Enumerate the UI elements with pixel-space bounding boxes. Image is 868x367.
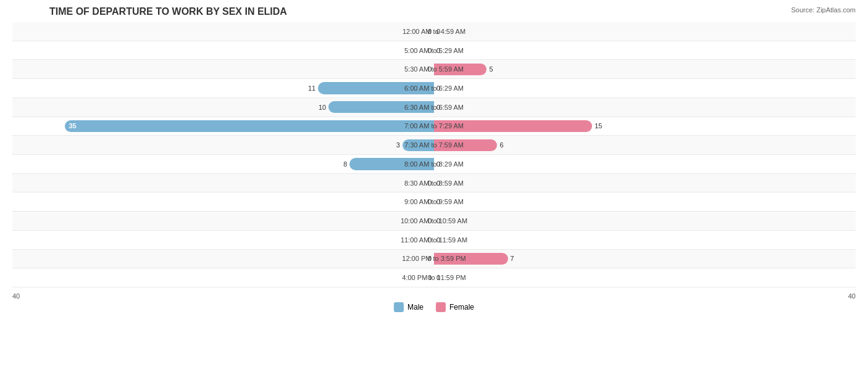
time-label: 6:30 AM to 6:59 AM <box>404 104 464 111</box>
time-label: 12:00 AM to 4:59 AM <box>403 28 465 35</box>
bar-row: 37:30 AM to 7:59 AM6 <box>12 136 856 155</box>
bar-row: 010:00 AM to 10:59 AM0 <box>12 212 856 231</box>
left-section: 0 <box>12 268 434 287</box>
time-label: 5:30 AM to 5:59 AM <box>404 65 464 73</box>
male-legend-box <box>394 302 404 312</box>
bar-row: 09:00 AM to 9:59 AM0 <box>12 192 856 212</box>
left-section: 0 <box>12 192 434 211</box>
female-value: 7 <box>511 255 514 262</box>
legend-female: Female <box>436 302 474 312</box>
right-section: 0 <box>434 155 856 173</box>
time-label: 12:00 PM to 3:59 PM <box>402 255 465 262</box>
left-section: 0 <box>12 212 434 230</box>
time-label: 7:30 AM to 7:59 AM <box>404 141 464 149</box>
time-label: 10:00 AM to 10:59 AM <box>401 217 467 225</box>
bar-row: 88:00 AM to 8:29 AM0 <box>12 155 856 174</box>
rows-container: 012:00 AM to 4:59 AM005:00 AM to 5:29 AM… <box>12 22 856 287</box>
left-section: 3 <box>12 136 434 154</box>
male-legend-label: Male <box>407 303 424 311</box>
right-section: 0 <box>434 231 856 249</box>
right-section: 15 <box>434 117 856 136</box>
left-section: 0 <box>12 174 434 192</box>
right-section: 0 <box>434 41 856 60</box>
right-section: 0 <box>434 268 856 287</box>
male-value: 3 <box>396 141 400 149</box>
left-section: 35 <box>12 117 434 136</box>
female-value: 5 <box>489 65 493 73</box>
right-section: 0 <box>434 212 856 230</box>
female-legend-box <box>436 302 446 312</box>
left-section: 0 <box>12 231 434 249</box>
female-legend-label: Female <box>449 303 474 311</box>
right-section: 0 <box>434 174 856 192</box>
time-label: 5:00 AM to 5:29 AM <box>404 47 464 54</box>
time-label: 7:00 AM to 7:29 AM <box>404 122 464 130</box>
time-label: 8:00 AM to 8:29 AM <box>404 160 464 168</box>
right-section: 0 <box>434 192 856 211</box>
male-value: 8 <box>343 160 347 168</box>
axis-right-value: 40 <box>848 292 856 300</box>
legend: Male Female <box>394 302 474 312</box>
axis-left-value: 40 <box>12 292 20 300</box>
chart-area: 012:00 AM to 4:59 AM005:00 AM to 5:29 AM… <box>12 22 856 315</box>
left-section: 8 <box>12 155 434 173</box>
bar-row: 012:00 PM to 3:59 PM7 <box>12 250 856 269</box>
left-section: 0 <box>12 250 434 268</box>
male-value: 35 <box>69 122 76 130</box>
time-label: 9:00 AM to 9:59 AM <box>404 198 464 205</box>
bar-row: 357:00 AM to 7:29 AM15 <box>12 117 856 136</box>
legend-male: Male <box>394 302 424 312</box>
chart-container: TIME OF DEPARTURE TO WORK BY SEX IN ELID… <box>0 0 868 367</box>
bar-row: 04:00 PM to 11:59 PM0 <box>12 268 856 287</box>
time-label: 8:30 AM to 8:59 AM <box>404 179 464 187</box>
bar-row: 08:30 AM to 8:59 AM0 <box>12 174 856 193</box>
bar-row: 011:00 AM to 11:59 AM0 <box>12 231 856 250</box>
right-section: 0 <box>434 98 856 117</box>
bar-row: 106:30 AM to 6:59 AM0 <box>12 98 856 117</box>
right-section: 0 <box>434 79 856 97</box>
left-section: 0 <box>12 60 434 78</box>
right-section: 5 <box>434 60 856 78</box>
female-value: 6 <box>499 141 503 149</box>
female-value: 15 <box>595 122 602 130</box>
time-label: 6:00 AM to 6:29 AM <box>404 85 464 92</box>
axis-bottom: 40 40 <box>12 292 856 300</box>
chart-title: TIME OF DEPARTURE TO WORK BY SEX IN ELID… <box>12 6 856 17</box>
right-section: 0 <box>434 22 856 41</box>
male-bar: 35 <box>65 120 434 132</box>
right-section: 6 <box>434 136 856 154</box>
time-label: 4:00 PM to 11:59 PM <box>402 274 465 281</box>
left-section: 10 <box>12 98 434 117</box>
bar-row: 05:30 AM to 5:59 AM5 <box>12 60 856 79</box>
male-value: 11 <box>308 85 315 92</box>
left-section: 0 <box>12 41 434 60</box>
right-section: 7 <box>434 250 856 268</box>
source-label: Source: ZipAtlas.com <box>791 6 856 14</box>
left-section: 11 <box>12 79 434 97</box>
bar-row: 012:00 AM to 4:59 AM0 <box>12 22 856 41</box>
time-label: 11:00 AM to 11:59 AM <box>401 236 467 244</box>
male-value: 10 <box>319 104 326 111</box>
left-section: 0 <box>12 22 434 41</box>
bar-row: 116:00 AM to 6:29 AM0 <box>12 79 856 98</box>
bar-row: 05:00 AM to 5:29 AM0 <box>12 41 856 60</box>
